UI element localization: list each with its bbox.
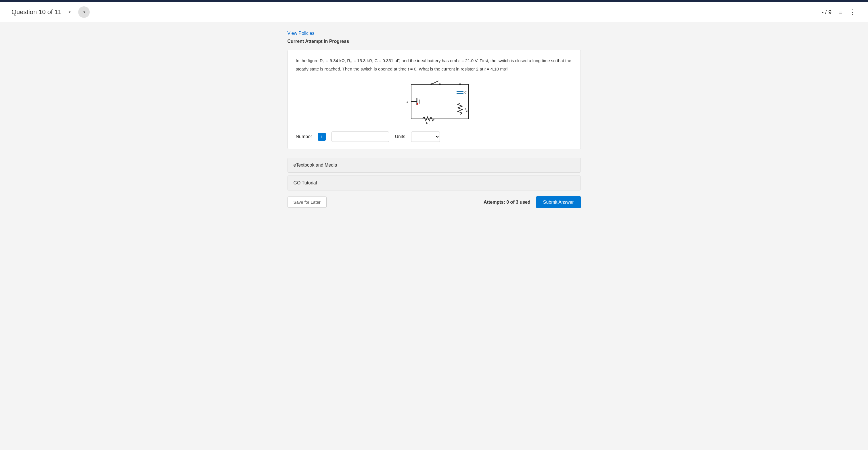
header: Question 10 of 11 < > - / 9 ≡ ⋮ xyxy=(0,2,868,22)
svg-text:R2: R2 xyxy=(464,107,467,112)
prev-button[interactable]: < xyxy=(66,8,74,17)
go-tutorial-section[interactable]: GO Tutorial xyxy=(287,176,581,190)
question-title: Question 10 of 11 xyxy=(11,8,62,16)
question-box: In the figure R1 = 9.34 kΩ, R2 = 15.3 kΩ… xyxy=(287,50,581,149)
top-bar xyxy=(0,0,868,2)
svg-point-26 xyxy=(459,84,461,85)
footer-row: Save for Later Attempts: 0 of 3 used Sub… xyxy=(287,196,581,208)
main-content: View Policies Current Attempt in Progres… xyxy=(276,22,592,217)
submit-answer-button[interactable]: Submit Answer xyxy=(536,196,581,208)
footer-right: Attempts: 0 of 3 used Submit Answer xyxy=(484,196,581,208)
view-policies-link[interactable]: View Policies xyxy=(287,31,314,36)
number-label: Number xyxy=(296,134,312,139)
question-text: In the figure R1 = 9.34 kΩ, R2 = 15.3 kΩ… xyxy=(296,57,572,73)
circuit-diagram: + ε R1 xyxy=(296,79,572,125)
more-icon[interactable]: ⋮ xyxy=(849,8,857,16)
info-button[interactable]: i xyxy=(318,133,326,141)
header-right: - / 9 ≡ ⋮ xyxy=(822,8,857,16)
svg-text:R1: R1 xyxy=(426,121,430,125)
attempts-label: Attempts: 0 of 3 used xyxy=(484,200,530,205)
units-label: Units xyxy=(395,134,405,139)
current-attempt-label: Current Attempt in Progress xyxy=(287,39,581,44)
next-button[interactable]: > xyxy=(78,6,90,18)
save-later-button[interactable]: Save for Later xyxy=(287,197,327,208)
svg-text:+: + xyxy=(413,97,415,101)
svg-line-13 xyxy=(431,81,438,84)
header-left: Question 10 of 11 < > xyxy=(11,6,90,18)
units-select[interactable]: A mA μA xyxy=(411,131,440,142)
svg-text:C: C xyxy=(464,91,467,94)
svg-text:ε: ε xyxy=(407,99,408,103)
list-icon[interactable]: ≡ xyxy=(838,8,842,16)
answer-row: Number i Units A mA μA xyxy=(296,131,572,142)
etextbook-section[interactable]: eTextbook and Media xyxy=(287,158,581,173)
score-display: - / 9 xyxy=(822,9,832,16)
number-input[interactable] xyxy=(332,131,389,142)
